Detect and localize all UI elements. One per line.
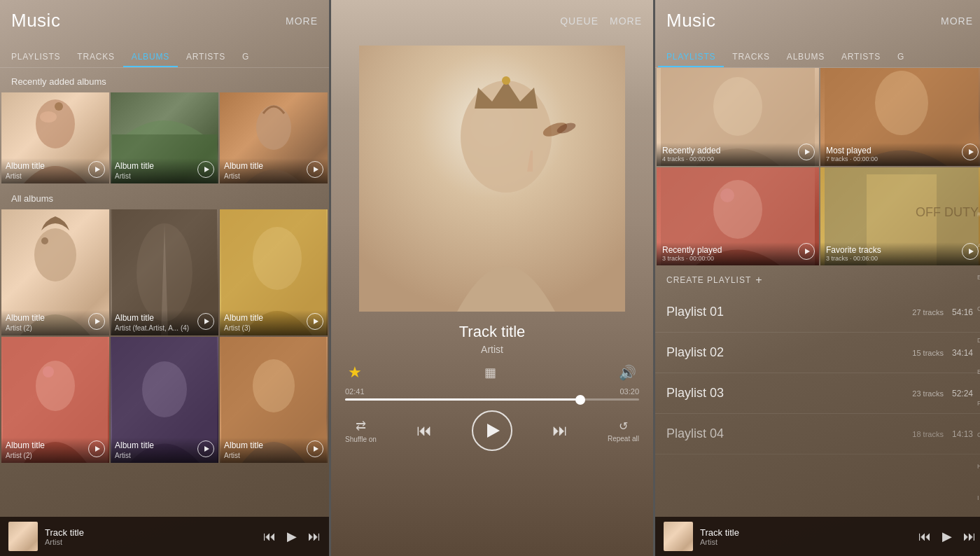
next-button[interactable]: ⏭ bbox=[552, 422, 568, 440]
visualizer-button[interactable]: ▦ bbox=[484, 365, 496, 380]
album-6-play[interactable] bbox=[307, 440, 323, 457]
tab-g-left[interactable]: G bbox=[234, 46, 258, 67]
index-b[interactable]: B bbox=[977, 274, 980, 281]
index-h[interactable]: H bbox=[977, 464, 980, 470]
play-pause-button[interactable] bbox=[472, 410, 512, 451]
svg-point-5 bbox=[34, 228, 76, 282]
repeat-label: Repeat all bbox=[608, 435, 639, 443]
svg-point-24 bbox=[713, 77, 762, 136]
album-2[interactable]: Album title Artist (feat.Artist, A... (4… bbox=[111, 209, 218, 335]
left-mini-player: Track title Artist ⏮ ▶ ⏭ bbox=[0, 517, 329, 556]
queue-button[interactable]: QUEUE bbox=[560, 15, 598, 27]
volume-button[interactable]: 🔊 bbox=[619, 364, 636, 381]
index-e[interactable]: E bbox=[977, 369, 980, 375]
favorite-tracks-name: Favorite tracks bbox=[826, 245, 977, 255]
left-prev-button[interactable]: ⏮ bbox=[263, 530, 276, 543]
left-next-button[interactable]: ⏭ bbox=[308, 530, 321, 543]
album-1-play[interactable] bbox=[88, 313, 105, 330]
album-5-play[interactable] bbox=[197, 440, 214, 457]
middle-more-button[interactable]: MORE bbox=[610, 15, 642, 27]
favorite-button[interactable]: ★ bbox=[348, 363, 362, 382]
recent-album-2-play[interactable] bbox=[197, 161, 214, 178]
recently-added-playlist[interactable]: Recently added 4 tracks · 00:00:00 bbox=[657, 68, 819, 166]
svg-point-13 bbox=[43, 366, 54, 377]
now-playing-title: Track title bbox=[331, 323, 653, 341]
right-mini-track: Track title bbox=[700, 527, 911, 538]
recent-album-3-play[interactable] bbox=[307, 161, 323, 178]
favorite-tracks-overlay: Favorite tracks 3 tracks · 00:06:00 bbox=[820, 242, 980, 265]
create-playlist-button[interactable]: CREATE PLAYLIST + bbox=[655, 267, 980, 292]
recently-played-play[interactable] bbox=[798, 243, 815, 260]
most-played-overlay: Most played 7 tracks · 00:00:00 bbox=[820, 143, 980, 166]
index-c[interactable]: C bbox=[977, 306, 980, 312]
recent-album-3[interactable]: Album title Artist bbox=[220, 92, 328, 183]
playlist-item-02[interactable]: Playlist 02 15 tracks 34:14 bbox=[655, 333, 980, 373]
right-next-button[interactable]: ⏭ bbox=[963, 530, 976, 543]
now-playing-art bbox=[359, 46, 625, 312]
left-panel: Music MORE PLAYLISTS TRACKS ALBUMS ARTIS… bbox=[0, 0, 329, 556]
recently-played-meta: 3 tracks · 00:00:00 bbox=[662, 255, 813, 262]
svg-point-15 bbox=[142, 361, 187, 417]
tab-playlists-left[interactable]: PLAYLISTS bbox=[3, 46, 69, 67]
progress-thumb[interactable] bbox=[575, 395, 585, 405]
album-2-play[interactable] bbox=[197, 313, 214, 330]
recently-played-playlist[interactable]: Recently played 3 tracks · 00:00:00 bbox=[657, 167, 819, 265]
left-mini-info: Track title Artist bbox=[45, 527, 256, 546]
right-more-button[interactable]: MORE bbox=[941, 15, 973, 27]
playlist-item-03[interactable]: Playlist 03 23 tracks 52:24 bbox=[655, 373, 980, 414]
playlist-01-duration: 54:16 bbox=[952, 307, 973, 317]
playlist-item-01[interactable]: Playlist 01 27 tracks 54:16 bbox=[655, 292, 980, 333]
recently-added-overlay: Recently added 4 tracks · 00:00:00 bbox=[657, 143, 819, 166]
right-play-button[interactable]: ▶ bbox=[942, 530, 952, 543]
index-d[interactable]: D bbox=[977, 338, 980, 344]
recent-album-2[interactable]: Album title Artist bbox=[111, 92, 218, 183]
playlist-grid-bottom: Recently played 3 tracks · 00:00:00 OFF … bbox=[655, 167, 980, 265]
recently-added-play[interactable] bbox=[798, 144, 815, 160]
album-3[interactable]: Album title Artist (3) bbox=[220, 209, 328, 335]
tab-playlists-right[interactable]: PLAYLISTS bbox=[658, 46, 724, 67]
album-3-play[interactable] bbox=[307, 313, 323, 330]
tab-albums-right[interactable]: ALBUMS bbox=[778, 46, 833, 67]
album-5[interactable]: Album title Artist bbox=[111, 337, 218, 463]
album-4-play[interactable] bbox=[88, 440, 105, 457]
left-mini-controls: ⏮ ▶ ⏭ bbox=[263, 530, 321, 543]
recent-album-1[interactable]: Album title Artist bbox=[1, 92, 109, 183]
repeat-control[interactable]: ↺ Repeat all bbox=[608, 419, 639, 443]
tab-albums-left[interactable]: ALBUMS bbox=[123, 46, 178, 67]
album-6[interactable]: Album title Artist bbox=[220, 337, 328, 463]
most-played-meta: 7 tracks · 00:00:00 bbox=[826, 155, 977, 162]
index-f[interactable]: F bbox=[977, 401, 980, 407]
svg-point-8 bbox=[136, 223, 192, 321]
svg-point-4 bbox=[256, 105, 291, 150]
recently-played-overlay: Recently played 3 tracks · 00:00:00 bbox=[657, 242, 819, 265]
tab-artists-right[interactable]: ARTISTS bbox=[833, 46, 889, 67]
recent-album-1-play[interactable] bbox=[88, 161, 105, 178]
album-1[interactable]: Album title Artist (2) bbox=[1, 209, 109, 335]
index-a[interactable]: A bbox=[977, 243, 980, 249]
recently-added-header: Recently added albums bbox=[0, 68, 329, 92]
right-prev-button[interactable]: ⏮ bbox=[918, 530, 931, 543]
time-current: 02:41 bbox=[345, 387, 365, 396]
tab-g-right[interactable]: G bbox=[889, 46, 913, 67]
album-4[interactable]: Album title Artist (2) bbox=[1, 337, 109, 463]
all-albums-row-1: Album title Artist (2) Album title Artis… bbox=[0, 209, 329, 335]
all-albums-header: All albums bbox=[0, 185, 329, 209]
index-g[interactable]: G bbox=[977, 432, 980, 438]
progress-bar[interactable] bbox=[345, 398, 639, 401]
most-played-play[interactable] bbox=[962, 144, 979, 160]
shuffle-control[interactable]: ⇄ Shuffle on bbox=[345, 418, 377, 443]
shuffle-icon: ⇄ bbox=[356, 418, 366, 433]
tab-artists-left[interactable]: ARTISTS bbox=[178, 46, 234, 67]
playlist-01-tracks: 27 tracks bbox=[912, 308, 944, 317]
prev-button[interactable]: ⏮ bbox=[416, 422, 432, 440]
favorite-tracks-playlist[interactable]: OFF DUTY Favorite tracks 3 tracks · 00:0… bbox=[820, 167, 980, 265]
svg-text:OFF DUTY: OFF DUTY bbox=[916, 205, 979, 219]
tab-tracks-right[interactable]: TRACKS bbox=[724, 46, 778, 67]
playlist-item-04[interactable]: Playlist 04 18 tracks 14:13 bbox=[655, 414, 980, 454]
index-hash[interactable]: # bbox=[977, 211, 980, 218]
index-i[interactable]: I bbox=[977, 495, 980, 501]
left-more-button[interactable]: MORE bbox=[286, 15, 318, 27]
tab-tracks-left[interactable]: TRACKS bbox=[69, 46, 122, 67]
most-played-playlist[interactable]: Most played 7 tracks · 00:00:00 bbox=[820, 68, 980, 166]
left-play-button[interactable]: ▶ bbox=[287, 530, 297, 543]
